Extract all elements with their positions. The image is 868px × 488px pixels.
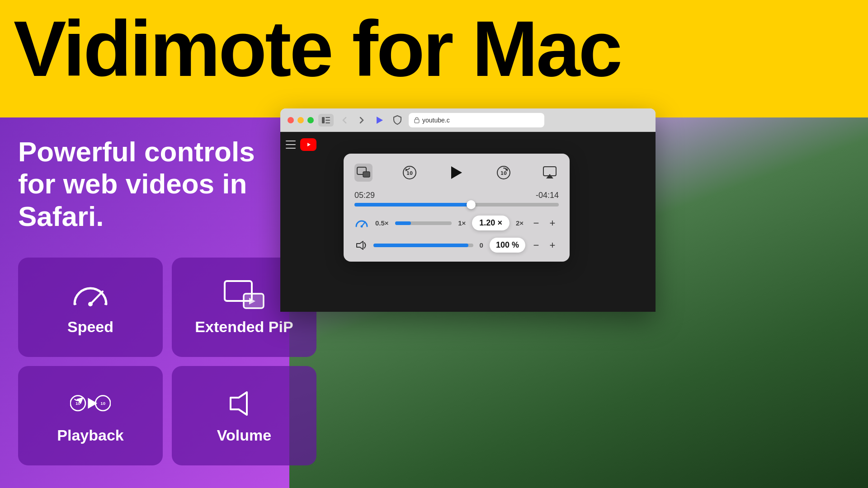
volume-slider[interactable] xyxy=(373,244,473,247)
forward-10-button[interactable]: 10 xyxy=(495,164,513,182)
browser-titlebar: youtube.c xyxy=(280,108,656,132)
pip-icon xyxy=(224,279,264,311)
time-remaining: -04:14 xyxy=(536,191,559,200)
svg-marker-34 xyxy=(357,241,363,249)
sidebar-toggle-button[interactable] xyxy=(318,114,334,127)
progress-bar[interactable] xyxy=(354,203,559,206)
volume-label: Volume xyxy=(217,427,271,444)
feature-card-playback[interactable]: 10 10 Playback xyxy=(18,366,163,465)
speed-slider[interactable] xyxy=(395,221,452,225)
rewind-10-button[interactable]: 10 xyxy=(401,164,419,182)
hamburger-menu[interactable] xyxy=(286,141,296,149)
pip-label: Extended PiP xyxy=(195,318,293,336)
volume-feature-icon xyxy=(224,388,264,419)
svg-rect-14 xyxy=(322,117,325,123)
youtube-logo[interactable] xyxy=(300,138,316,151)
vidimote-panel: 10 10 xyxy=(344,154,570,262)
speed-fill xyxy=(395,221,411,225)
play-pause-button[interactable] xyxy=(447,163,467,183)
volume-fill xyxy=(373,244,468,247)
svg-text:10: 10 xyxy=(100,401,105,406)
svg-rect-15 xyxy=(326,117,330,118)
address-bar[interactable]: youtube.c xyxy=(409,113,544,127)
svg-text:10: 10 xyxy=(500,171,507,176)
url-text: youtube.c xyxy=(422,117,450,124)
speed-icon xyxy=(70,279,111,311)
svg-marker-13 xyxy=(231,392,247,415)
pip-panel-button[interactable] xyxy=(354,164,373,182)
svg-marker-26 xyxy=(451,166,462,179)
panel-controls-row: 10 10 xyxy=(354,163,559,183)
svg-marker-20 xyxy=(307,143,311,146)
feature-card-volume[interactable]: Volume xyxy=(172,366,316,465)
forward-button[interactable] xyxy=(355,114,368,127)
speed-minus-plus: − + xyxy=(530,217,559,230)
svg-rect-19 xyxy=(415,119,419,123)
close-button[interactable] xyxy=(288,117,294,123)
speed-max-label: 2× xyxy=(516,219,524,227)
progress-fill xyxy=(354,203,471,206)
speed-increase-button[interactable]: + xyxy=(546,217,559,230)
svg-point-33 xyxy=(361,225,363,227)
volume-row: 0 100 % − + xyxy=(354,238,559,253)
volume-min-label: 0 xyxy=(480,241,483,249)
maximize-button[interactable] xyxy=(307,117,314,123)
progress-thumb xyxy=(467,200,476,209)
time-display-row: 05:29 -04:14 xyxy=(354,191,559,200)
minimize-button[interactable] xyxy=(297,117,304,123)
svg-point-1 xyxy=(88,302,93,306)
volume-increase-button[interactable]: + xyxy=(546,239,559,252)
volume-value-badge: 100 % xyxy=(490,238,525,253)
vidimote-extension-button[interactable] xyxy=(373,113,386,127)
subtitle: Powerful controls for web videos in Safa… xyxy=(18,136,289,232)
svg-rect-17 xyxy=(326,122,330,123)
speed-value-badge: 1.20 × xyxy=(472,216,509,230)
speed-mid-label: 1× xyxy=(458,219,466,227)
time-current: 05:29 xyxy=(354,191,375,200)
speed-min-label: 0.5× xyxy=(375,219,389,227)
playback-label: Playback xyxy=(57,427,123,444)
playback-icon: 10 10 xyxy=(70,388,111,419)
main-title: Vidimote for Mac xyxy=(14,9,621,88)
speed-decrease-button[interactable]: − xyxy=(530,217,542,230)
svg-rect-16 xyxy=(326,120,330,121)
volume-row-icon xyxy=(354,238,369,253)
svg-text:10: 10 xyxy=(406,171,413,176)
feature-card-speed[interactable]: Speed xyxy=(18,258,163,357)
privacy-shield-button[interactable] xyxy=(391,113,404,127)
speed-row: 0.5× 1× 1.20 × 2× − + xyxy=(354,216,559,230)
feature-grid: Speed Extended PiP 10 xyxy=(18,258,316,465)
svg-rect-22 xyxy=(363,172,370,177)
volume-minus-plus: − + xyxy=(530,239,559,252)
volume-decrease-button[interactable]: − xyxy=(530,239,542,252)
traffic-lights xyxy=(288,117,314,123)
svg-marker-18 xyxy=(377,117,383,124)
airplay-button[interactable] xyxy=(541,164,559,182)
back-button[interactable] xyxy=(338,114,351,127)
svg-line-0 xyxy=(90,291,103,304)
svg-text:10: 10 xyxy=(75,401,80,406)
speed-row-icon xyxy=(354,216,369,230)
speed-label: Speed xyxy=(67,318,113,336)
